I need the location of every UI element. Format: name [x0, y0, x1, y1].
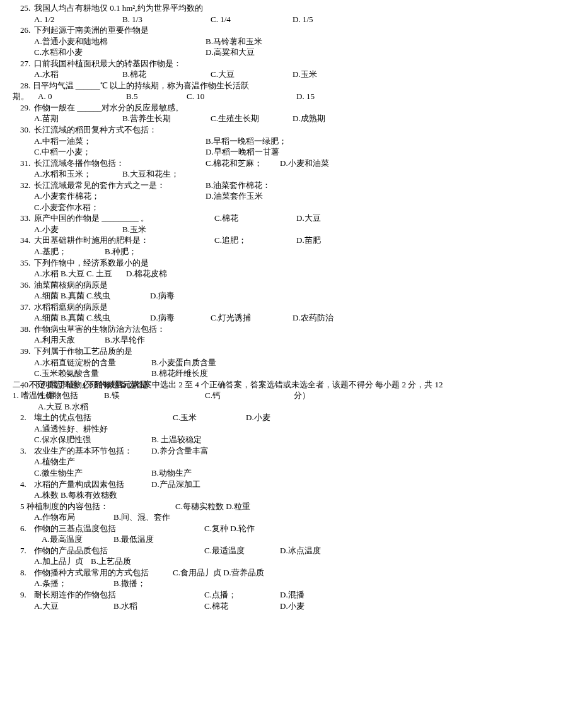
q-stem: 作物的三基点温度包括: [34, 523, 204, 534]
opt-a: A.普通小麦和陆地棉: [34, 36, 206, 47]
q-stem: 作物一般在 ______对水分的反应最敏感。: [34, 102, 580, 114]
q-num: 4.: [20, 479, 26, 490]
opt-a: A.苗期: [34, 113, 122, 124]
opt-b: B.早稻一晚稻一绿肥；: [206, 136, 287, 147]
opt-c: C.生殖生长期: [211, 113, 293, 124]
opt-b: B.5: [126, 91, 187, 102]
q-opt-row1: A.中稻一油菜； B.早稻一晚稻一绿肥；: [34, 136, 580, 147]
q-num: 25.: [20, 3, 30, 14]
q-options: A.细菌 B.真菌 C.线虫 D.病毒: [34, 290, 580, 302]
opt-b: B.上艺品质: [91, 556, 131, 567]
q-num: 36.: [20, 279, 30, 291]
opt-b: B.棉花: [122, 69, 211, 80]
opt-c-prev: C.最适温度: [204, 545, 280, 556]
q36: 36. 油菜菌核病的病原是 A.细菌 B.真菌 C.线虫 D.病毒: [34, 279, 580, 302]
q-stem: 水稻稻瘟病的病原是: [34, 302, 580, 313]
opt-d: D.玉米: [293, 69, 317, 80]
opt-a: A.大豆: [34, 601, 113, 612]
q30: 30. 长江流域的稻田复种方式不包括： A.中稻一油菜； B.早稻一晚稻一绿肥；…: [34, 124, 580, 158]
q-stem-part1: 日平均气温 ______℃ 以上的持续期，称为喜温作物生长活跃: [30, 81, 249, 90]
q-options: A.苗期 B.营养生长期 C.生殖生长期 D.成熟期: [34, 113, 580, 124]
opt-c: C.棉花: [214, 213, 296, 224]
q-stem: 口前我国种植面积最大的转基因作物是：: [34, 58, 580, 69]
opt-d: D.油菜套作玉米: [206, 191, 263, 202]
q-num: 39.: [20, 346, 30, 357]
q26: 26. 下列起源于南美洲的重要作物是 A.普通小麦和陆地棉 B.马铃薯和玉米 C…: [34, 25, 580, 58]
opt-cd-prev: C.食用品丿贞 D.营养品质: [173, 567, 264, 578]
opt-c: C.大豆: [211, 69, 293, 80]
q25: 25. 我国人均占有耕地仅 0.1 hm²,约为世界平均数的 A. 1/2 B.…: [34, 3, 580, 25]
q-stem: 原产中国的作物是 _________ 。: [34, 213, 214, 224]
s2-q1-overlap-b: B.镁: [104, 390, 120, 400]
opt-c: C. 10: [187, 91, 296, 102]
opt-d-prev: D.养分含量丰富: [151, 445, 209, 457]
q35: 35. 下列作物中，经济系数最小的是 A.水稻 B.大豆 C. 土豆 D.棉花皮…: [34, 257, 580, 279]
opt-d: D.成熟期: [293, 113, 325, 124]
s2-q7: 7. 作物的产品品质包括 C.最适温度 D.冰点温度 A.加上品丿贞 B.上艺品…: [34, 545, 580, 567]
q-options: A.水稻和玉米； B.大豆和花生；: [34, 168, 580, 180]
opt-d-prev: D.冰点温度: [280, 545, 321, 556]
q-num: 35.: [20, 257, 30, 269]
q-num: 38.: [20, 324, 30, 335]
opt-a: A.水稻和玉米；: [34, 168, 122, 180]
opt-d: D.苗肥: [296, 235, 321, 246]
section2-tail: 分）: [294, 390, 310, 401]
q-opt-row2: C.玉米赖氨酸含量 B.棉花纤维长度: [34, 368, 580, 379]
opt-b: B. 1/3: [122, 14, 211, 25]
q-num: 6.: [20, 523, 26, 534]
q-options: A.水稻 B.棉花 C.大豆 D.玉米: [34, 69, 580, 80]
s2-q2: 2. 壤土的优点包括 C.玉米 D.小麦 A.通透性好、耕性好 C.保水保肥性强…: [34, 412, 580, 445]
q-stem-part2: 期。: [13, 91, 38, 102]
q-stem: 我国人均占有耕地仅 0.1 hm²,约为世界平均数的: [34, 3, 580, 14]
s2-q4: 4. 水稻的产量构成因素包括 D.产品深加工 A.株数 B.每株有效穗数: [34, 479, 580, 501]
q-num: 29.: [20, 102, 30, 114]
opt-cd-prev: C.复种 D.轮作: [204, 523, 255, 534]
opt-b: B.间、混、套作: [113, 512, 170, 523]
q-num: 33.: [20, 213, 30, 224]
opt-c: C.小麦套作水稻；: [34, 202, 580, 213]
opt-d: D.小麦和油菜: [280, 158, 329, 169]
q-num: 26.: [20, 25, 30, 36]
q-options: A.水稻 B.大豆 C. 土豆 D.棉花皮棉: [34, 268, 580, 279]
q-num: 9.: [20, 589, 26, 601]
q-num: 37.: [20, 302, 30, 313]
opt-c: C.玉米赖氨酸含量: [34, 368, 151, 379]
q-num: 27.: [20, 58, 30, 69]
q-num: 2.: [20, 412, 26, 423]
s2-q8: 8. 作物播种方式最常用的方式包括 C.食用品丿贞 D.营养品质 A.条播； B…: [34, 567, 580, 589]
q-stem: 下列作物中，经济系数最小的是: [34, 257, 580, 269]
q34: 34. 大田基础耕作时施用的肥料是： C.追肥； D.苗肥 A.基肥； B.种肥…: [34, 235, 580, 257]
s2-q1-opts: A.大豆 B.水稻: [38, 401, 580, 413]
s2-q1-overlap-left: A.硼: [38, 390, 54, 400]
opt-d: D.大豆: [296, 213, 321, 224]
opt-b: B.水旱轮作: [105, 334, 145, 346]
opt-a: A.小麦套作棉花；: [34, 191, 206, 202]
q-stem: 水稻的产量构成因素包括: [34, 479, 151, 490]
opt-b: B.马铃薯和玉米: [206, 36, 262, 47]
opt-b2: B.棉花纤维长度: [151, 368, 208, 379]
opt-d-prev: D.混播: [280, 589, 304, 601]
q37: 37. 水稻稻瘟病的病原是 A.细菌 B.真菌 C.线虫 D.病毒 C.灯光诱捕…: [34, 302, 580, 324]
q-opt-row2: C.中稻一小麦； D.早稻一晚稻一甘薯: [34, 146, 580, 158]
opt-a: A.水稻直链淀粉的含量: [34, 357, 151, 368]
q-stem: 下列属于作物工艺品质的是: [34, 346, 580, 357]
opt-b: B.撒播；: [113, 578, 146, 589]
opt-b: B.玉米: [122, 224, 146, 235]
opt-a: A. 0: [38, 91, 126, 102]
q-num: 28.: [20, 81, 30, 90]
q-stem: 长江流域的稻田复种方式不包括：: [34, 124, 580, 136]
opt-b: B.大豆和花生；: [122, 168, 179, 180]
opt-a: A.通透性好、耕性好: [34, 423, 580, 435]
opt-c: C.水稻和小麦: [34, 47, 206, 58]
opt-a: A.水稻: [34, 69, 122, 80]
q-opt-row1: A.小麦套作棉花； D.油菜套作玉米: [34, 191, 580, 202]
opt-a: A.条播；: [34, 578, 113, 589]
opt-c2: C.灯光诱捕: [211, 312, 293, 324]
opt-c: C.棉花和芝麻；: [206, 158, 280, 169]
opt-c-prev: C.玉米: [173, 412, 246, 423]
q-opt-row1: A.水稻直链淀粉的含量 B.小麦蛋白质含量: [34, 357, 580, 368]
q31: 31. 长江流域冬播作物包括： C.棉花和芝麻； D.小麦和油菜 A.水稻和玉米…: [34, 158, 580, 180]
q-stem: 5 种植制度的内容包括：: [20, 501, 175, 512]
opt-b: B.小麦蛋白质含量: [151, 357, 216, 368]
opt-d-prev: D.小麦: [246, 412, 270, 423]
